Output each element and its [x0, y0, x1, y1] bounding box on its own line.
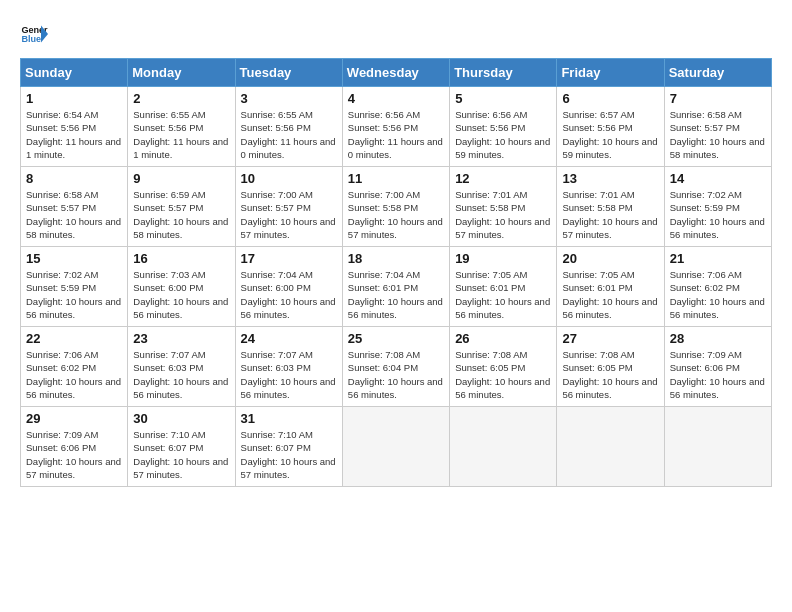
day-number: 14 — [670, 171, 766, 186]
day-cell-8: 8Sunrise: 6:58 AMSunset: 5:57 PMDaylight… — [21, 167, 128, 247]
col-header-thursday: Thursday — [450, 59, 557, 87]
col-header-saturday: Saturday — [664, 59, 771, 87]
day-info: Sunrise: 6:56 AMSunset: 5:56 PMDaylight:… — [455, 108, 551, 161]
day-number: 27 — [562, 331, 658, 346]
day-number: 22 — [26, 331, 122, 346]
day-cell-26: 26Sunrise: 7:08 AMSunset: 6:05 PMDayligh… — [450, 327, 557, 407]
day-number: 28 — [670, 331, 766, 346]
empty-cell — [557, 407, 664, 487]
day-number: 26 — [455, 331, 551, 346]
day-number: 19 — [455, 251, 551, 266]
col-header-monday: Monday — [128, 59, 235, 87]
day-cell-17: 17Sunrise: 7:04 AMSunset: 6:00 PMDayligh… — [235, 247, 342, 327]
day-number: 4 — [348, 91, 444, 106]
day-cell-4: 4Sunrise: 6:56 AMSunset: 5:56 PMDaylight… — [342, 87, 449, 167]
day-cell-24: 24Sunrise: 7:07 AMSunset: 6:03 PMDayligh… — [235, 327, 342, 407]
day-info: Sunrise: 7:04 AMSunset: 6:00 PMDaylight:… — [241, 268, 337, 321]
day-number: 30 — [133, 411, 229, 426]
day-info: Sunrise: 6:54 AMSunset: 5:56 PMDaylight:… — [26, 108, 122, 161]
day-cell-22: 22Sunrise: 7:06 AMSunset: 6:02 PMDayligh… — [21, 327, 128, 407]
calendar-table: SundayMondayTuesdayWednesdayThursdayFrid… — [20, 58, 772, 487]
day-number: 7 — [670, 91, 766, 106]
day-number: 3 — [241, 91, 337, 106]
day-number: 31 — [241, 411, 337, 426]
day-info: Sunrise: 6:58 AMSunset: 5:57 PMDaylight:… — [26, 188, 122, 241]
day-info: Sunrise: 7:01 AMSunset: 5:58 PMDaylight:… — [562, 188, 658, 241]
day-number: 29 — [26, 411, 122, 426]
day-info: Sunrise: 7:10 AMSunset: 6:07 PMDaylight:… — [133, 428, 229, 481]
col-header-tuesday: Tuesday — [235, 59, 342, 87]
day-cell-28: 28Sunrise: 7:09 AMSunset: 6:06 PMDayligh… — [664, 327, 771, 407]
day-number: 13 — [562, 171, 658, 186]
day-number: 9 — [133, 171, 229, 186]
day-cell-30: 30Sunrise: 7:10 AMSunset: 6:07 PMDayligh… — [128, 407, 235, 487]
day-info: Sunrise: 7:10 AMSunset: 6:07 PMDaylight:… — [241, 428, 337, 481]
day-info: Sunrise: 7:07 AMSunset: 6:03 PMDaylight:… — [133, 348, 229, 401]
day-number: 16 — [133, 251, 229, 266]
day-cell-29: 29Sunrise: 7:09 AMSunset: 6:06 PMDayligh… — [21, 407, 128, 487]
day-info: Sunrise: 7:06 AMSunset: 6:02 PMDaylight:… — [670, 268, 766, 321]
day-number: 1 — [26, 91, 122, 106]
week-row-1: 1Sunrise: 6:54 AMSunset: 5:56 PMDaylight… — [21, 87, 772, 167]
day-info: Sunrise: 6:56 AMSunset: 5:56 PMDaylight:… — [348, 108, 444, 161]
week-row-5: 29Sunrise: 7:09 AMSunset: 6:06 PMDayligh… — [21, 407, 772, 487]
day-cell-20: 20Sunrise: 7:05 AMSunset: 6:01 PMDayligh… — [557, 247, 664, 327]
calendar-header: SundayMondayTuesdayWednesdayThursdayFrid… — [21, 59, 772, 87]
day-number: 23 — [133, 331, 229, 346]
day-info: Sunrise: 7:08 AMSunset: 6:05 PMDaylight:… — [455, 348, 551, 401]
day-cell-23: 23Sunrise: 7:07 AMSunset: 6:03 PMDayligh… — [128, 327, 235, 407]
day-cell-25: 25Sunrise: 7:08 AMSunset: 6:04 PMDayligh… — [342, 327, 449, 407]
day-info: Sunrise: 7:08 AMSunset: 6:05 PMDaylight:… — [562, 348, 658, 401]
day-cell-19: 19Sunrise: 7:05 AMSunset: 6:01 PMDayligh… — [450, 247, 557, 327]
svg-text:Blue: Blue — [21, 34, 41, 44]
day-cell-5: 5Sunrise: 6:56 AMSunset: 5:56 PMDaylight… — [450, 87, 557, 167]
day-info: Sunrise: 7:07 AMSunset: 6:03 PMDaylight:… — [241, 348, 337, 401]
day-info: Sunrise: 7:09 AMSunset: 6:06 PMDaylight:… — [670, 348, 766, 401]
day-info: Sunrise: 7:04 AMSunset: 6:01 PMDaylight:… — [348, 268, 444, 321]
day-info: Sunrise: 6:58 AMSunset: 5:57 PMDaylight:… — [670, 108, 766, 161]
day-number: 6 — [562, 91, 658, 106]
day-number: 18 — [348, 251, 444, 266]
day-cell-18: 18Sunrise: 7:04 AMSunset: 6:01 PMDayligh… — [342, 247, 449, 327]
day-number: 8 — [26, 171, 122, 186]
day-info: Sunrise: 7:00 AMSunset: 5:58 PMDaylight:… — [348, 188, 444, 241]
day-number: 21 — [670, 251, 766, 266]
day-number: 2 — [133, 91, 229, 106]
day-cell-12: 12Sunrise: 7:01 AMSunset: 5:58 PMDayligh… — [450, 167, 557, 247]
week-row-3: 15Sunrise: 7:02 AMSunset: 5:59 PMDayligh… — [21, 247, 772, 327]
day-cell-21: 21Sunrise: 7:06 AMSunset: 6:02 PMDayligh… — [664, 247, 771, 327]
day-info: Sunrise: 7:05 AMSunset: 6:01 PMDaylight:… — [562, 268, 658, 321]
day-info: Sunrise: 6:55 AMSunset: 5:56 PMDaylight:… — [241, 108, 337, 161]
day-number: 20 — [562, 251, 658, 266]
empty-cell — [342, 407, 449, 487]
col-header-friday: Friday — [557, 59, 664, 87]
day-cell-1: 1Sunrise: 6:54 AMSunset: 5:56 PMDaylight… — [21, 87, 128, 167]
day-number: 24 — [241, 331, 337, 346]
day-info: Sunrise: 7:00 AMSunset: 5:57 PMDaylight:… — [241, 188, 337, 241]
week-row-4: 22Sunrise: 7:06 AMSunset: 6:02 PMDayligh… — [21, 327, 772, 407]
col-header-wednesday: Wednesday — [342, 59, 449, 87]
col-header-sunday: Sunday — [21, 59, 128, 87]
empty-cell — [664, 407, 771, 487]
day-info: Sunrise: 7:02 AMSunset: 5:59 PMDaylight:… — [670, 188, 766, 241]
day-cell-13: 13Sunrise: 7:01 AMSunset: 5:58 PMDayligh… — [557, 167, 664, 247]
day-cell-10: 10Sunrise: 7:00 AMSunset: 5:57 PMDayligh… — [235, 167, 342, 247]
day-info: Sunrise: 7:09 AMSunset: 6:06 PMDaylight:… — [26, 428, 122, 481]
day-cell-16: 16Sunrise: 7:03 AMSunset: 6:00 PMDayligh… — [128, 247, 235, 327]
day-number: 11 — [348, 171, 444, 186]
day-number: 15 — [26, 251, 122, 266]
day-info: Sunrise: 7:08 AMSunset: 6:04 PMDaylight:… — [348, 348, 444, 401]
day-cell-15: 15Sunrise: 7:02 AMSunset: 5:59 PMDayligh… — [21, 247, 128, 327]
logo-icon: General Blue — [20, 20, 48, 48]
day-info: Sunrise: 7:03 AMSunset: 6:00 PMDaylight:… — [133, 268, 229, 321]
day-cell-14: 14Sunrise: 7:02 AMSunset: 5:59 PMDayligh… — [664, 167, 771, 247]
day-info: Sunrise: 6:57 AMSunset: 5:56 PMDaylight:… — [562, 108, 658, 161]
day-info: Sunrise: 7:05 AMSunset: 6:01 PMDaylight:… — [455, 268, 551, 321]
empty-cell — [450, 407, 557, 487]
day-number: 5 — [455, 91, 551, 106]
day-cell-2: 2Sunrise: 6:55 AMSunset: 5:56 PMDaylight… — [128, 87, 235, 167]
day-cell-27: 27Sunrise: 7:08 AMSunset: 6:05 PMDayligh… — [557, 327, 664, 407]
day-number: 17 — [241, 251, 337, 266]
day-number: 12 — [455, 171, 551, 186]
day-info: Sunrise: 7:01 AMSunset: 5:58 PMDaylight:… — [455, 188, 551, 241]
